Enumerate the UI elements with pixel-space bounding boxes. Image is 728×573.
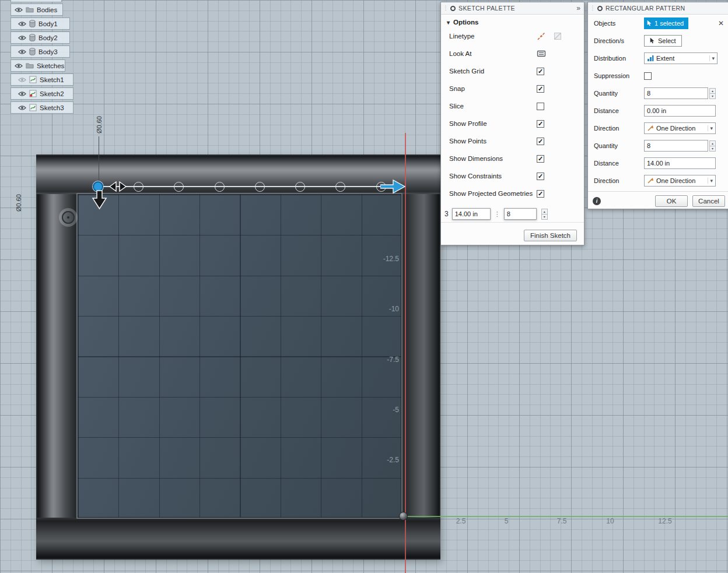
collapse-panel-icon[interactable]: » [576, 4, 580, 12]
spinner-down-icon[interactable]: ▾ [709, 93, 716, 99]
linetype-label: Linetype [449, 33, 537, 40]
pattern-circle[interactable] [174, 182, 184, 192]
browser-row-label[interactable]: Body3 [38, 48, 58, 55]
eye-icon[interactable] [18, 49, 26, 55]
y-axis-label: -7.5 [373, 356, 399, 364]
projected-point-circle[interactable] [62, 211, 75, 224]
pattern-circle[interactable] [295, 182, 305, 192]
clear-selection-icon[interactable]: ✕ [717, 19, 725, 27]
spinner-down-icon[interactable]: ▾ [541, 214, 548, 220]
info-icon[interactable]: i [593, 197, 601, 205]
direction-label: Direction [594, 177, 644, 184]
browser-row-label[interactable]: Sketch2 [40, 90, 64, 97]
browser-row-bodies[interactable]: Bodies [10, 3, 63, 16]
rectangular-pattern-dialog: ⋮ RECTANGULAR PATTERN Objects 1 selected… [587, 2, 728, 209]
pattern-circle[interactable] [335, 182, 345, 192]
pattern-count-input[interactable] [504, 208, 537, 220]
row-quantity-1: Quantity ▴ ▾ [588, 85, 728, 102]
quantity-2-input[interactable] [644, 140, 708, 152]
browser-row-label[interactable]: Body1 [38, 20, 58, 27]
count-spinner[interactable]: ▴ ▾ [541, 209, 548, 220]
panel-grip-icon[interactable]: ⋮ [590, 5, 594, 11]
objects-selected-chip[interactable]: 1 selected [644, 17, 688, 29]
eye-icon[interactable] [15, 7, 23, 13]
show-profile-checkbox[interactable]: ✓ [537, 120, 544, 128]
centerline-icon-disabled[interactable] [553, 31, 562, 41]
suppression-checkbox[interactable] [644, 72, 652, 80]
look-at-icon[interactable] [537, 49, 546, 58]
sketch-warning-icon [29, 90, 37, 97]
distance-1-input[interactable] [644, 105, 716, 117]
browser-row-body1[interactable]: Body1 [10, 17, 70, 30]
row-objects: Objects 1 selected ✕ [588, 15, 728, 32]
pattern-distance-input[interactable] [452, 208, 491, 220]
show-dimensions-checkbox[interactable]: ✓ [537, 155, 544, 163]
origin-marker[interactable] [399, 512, 408, 521]
cancel-button[interactable]: Cancel [692, 195, 725, 207]
down-arrow-manipulator-icon[interactable] [92, 190, 107, 210]
snap-checkbox[interactable]: ✓ [537, 85, 544, 93]
sketch-palette-header[interactable]: ⋮ SKETCH PALETTE » [441, 2, 584, 15]
row-distance-2: Distance [588, 154, 728, 172]
chevron-down-icon[interactable]: ▾ [708, 125, 713, 131]
direction-select-button[interactable]: Select [644, 35, 682, 47]
quantity-1-spinner[interactable]: ▴ ▾ [709, 88, 716, 99]
canvas-pattern-inputs: 3 ⋮ ▴ ▾ [444, 208, 548, 220]
pattern-direction-arrow-icon[interactable] [380, 178, 406, 195]
distribution-dropdown[interactable]: Extent ▾ [644, 52, 718, 64]
eye-icon[interactable] [15, 63, 23, 69]
eye-icon[interactable] [18, 35, 26, 41]
browser-row-label[interactable]: Sketches [37, 62, 64, 69]
chevron-down-icon[interactable]: ▾ [709, 55, 715, 61]
quantity-2-spinner[interactable]: ▴ ▾ [709, 140, 716, 152]
eye-icon[interactable] [18, 105, 26, 111]
browser-row-label[interactable]: Body2 [38, 34, 58, 41]
rectangular-pattern-header[interactable]: ⋮ RECTANGULAR PATTERN [588, 2, 728, 15]
panel-dot-icon [450, 6, 456, 11]
show-constraints-checkbox[interactable]: ✓ [537, 173, 544, 180]
direction-1-dropdown[interactable]: One Direction ▾ [644, 122, 716, 134]
extent-icon [647, 55, 654, 62]
pattern-circle[interactable] [215, 182, 225, 192]
ok-button[interactable]: OK [655, 195, 688, 207]
sketch-grid-area[interactable] [78, 194, 401, 518]
eye-icon[interactable] [18, 91, 26, 97]
slice-checkbox[interactable] [537, 103, 544, 110]
show-points-checkbox[interactable]: ✓ [537, 138, 544, 145]
eye-hidden-icon[interactable] [18, 77, 26, 83]
objects-selected-count: 1 selected [654, 20, 684, 27]
drag-handle-left-right-icon[interactable] [108, 180, 127, 194]
panel-grip-icon[interactable]: ⋮ [443, 5, 447, 11]
sketch-grid-checkbox[interactable]: ✓ [537, 68, 544, 75]
cursor-icon [647, 20, 652, 27]
folder-icon [26, 62, 34, 69]
diameter-dimension-left[interactable]: Ø0.60 [6, 190, 32, 216]
distribution-label: Distribution [594, 55, 644, 62]
browser-row-sketch1[interactable]: Sketch1 [10, 73, 74, 86]
diameter-dimension-top[interactable]: Ø0.60 [86, 112, 112, 138]
drag-dots-icon[interactable]: ⋮ [494, 210, 501, 218]
finish-sketch-button[interactable]: Finish Sketch [524, 230, 577, 241]
browser-row-body3[interactable]: Body3 [10, 45, 70, 58]
browser-row-sketches[interactable]: Sketches [10, 59, 65, 72]
pattern-circle[interactable] [134, 182, 144, 192]
section-triangle-icon[interactable]: ▾ [447, 19, 450, 26]
browser-row-sketch2[interactable]: Sketch2 [10, 87, 74, 100]
direction-2-dropdown[interactable]: One Direction ▾ [644, 175, 716, 187]
distance-2-input[interactable] [644, 157, 716, 169]
pattern-circle[interactable] [255, 182, 265, 192]
browser-row-label[interactable]: Sketch1 [40, 76, 64, 83]
options-section-header[interactable]: ▾ Options [441, 15, 584, 27]
spinner-down-icon[interactable]: ▾ [709, 146, 716, 152]
frame-right-border [401, 194, 440, 518]
eye-icon[interactable] [18, 21, 26, 27]
browser-row-body2[interactable]: Body2 [10, 31, 70, 44]
show-projected-geometries-checkbox[interactable]: ✓ [537, 190, 544, 198]
browser-row-label[interactable]: Bodies [37, 6, 57, 13]
browser-row-label[interactable]: Sketch3 [40, 104, 64, 111]
browser-row-sketch3[interactable]: Sketch3 [10, 101, 74, 114]
browser-row-clipped[interactable] [10, 0, 62, 2]
construction-line-icon[interactable] [537, 31, 546, 41]
chevron-down-icon[interactable]: ▾ [708, 178, 713, 184]
quantity-1-input[interactable] [644, 87, 708, 99]
